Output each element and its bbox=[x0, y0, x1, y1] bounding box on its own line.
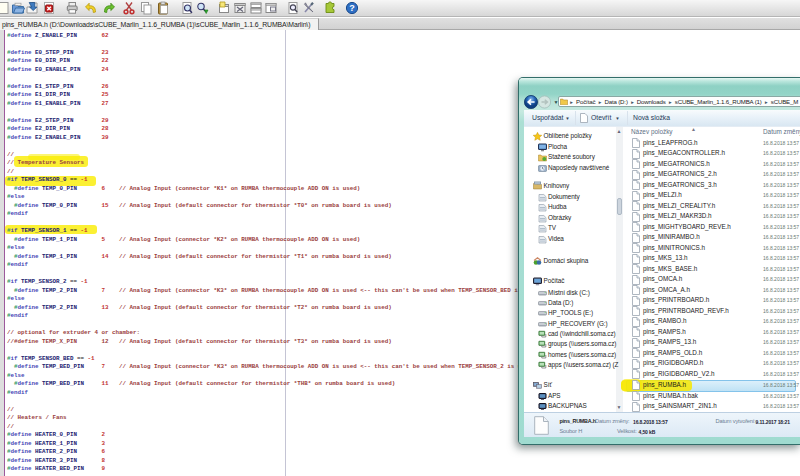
svg-text:?: ? bbox=[349, 3, 355, 13]
